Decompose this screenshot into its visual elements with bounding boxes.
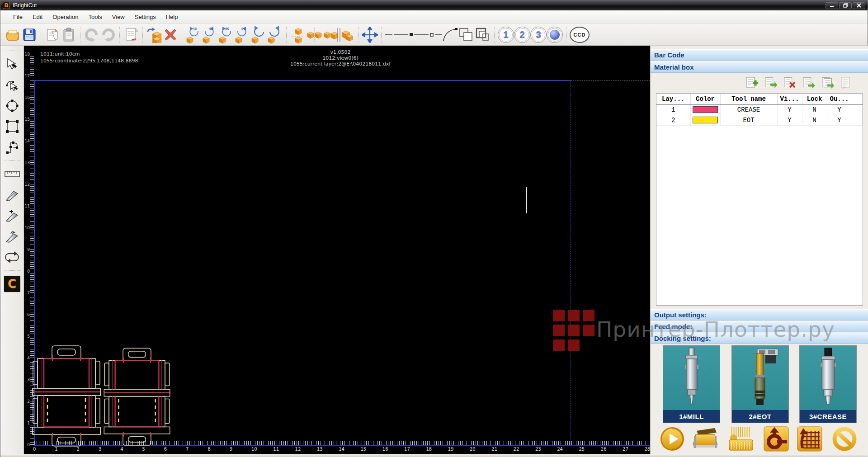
rotate-45-ccw-button[interactable]: 45 <box>185 25 202 44</box>
docking-tool-card-mill[interactable]: 1#MILL <box>663 345 720 423</box>
restore-icon <box>843 3 848 8</box>
rectangle-tool[interactable] <box>3 118 21 136</box>
save-button[interactable] <box>21 25 38 44</box>
rotate-cw-button[interactable] <box>267 25 283 44</box>
col-tool-name[interactable]: Tool name <box>720 94 777 104</box>
rotate-45-cw-button[interactable]: 45 <box>202 25 218 44</box>
rotate-output-button[interactable] <box>764 426 789 452</box>
circle-tool[interactable] <box>3 97 21 115</box>
lock-flag[interactable]: N <box>802 115 827 125</box>
overlap-squares-button[interactable] <box>458 25 475 44</box>
color-swatch[interactable] <box>693 106 718 113</box>
minimize-button[interactable] <box>826 2 838 9</box>
overlap-squares-button[interactable] <box>475 25 491 44</box>
knife-tool[interactable] <box>3 186 21 204</box>
copy-button[interactable] <box>44 25 61 44</box>
toolbar-separator <box>41 27 41 43</box>
path-tool[interactable] <box>3 138 21 156</box>
brush-button[interactable] <box>728 426 754 452</box>
feeder-button[interactable] <box>692 426 717 452</box>
table-row[interactable]: 1 CREASE Y N Y <box>656 104 863 115</box>
align-tool-button[interactable] <box>322 25 339 44</box>
comment-button[interactable] <box>840 76 853 89</box>
material-table[interactable]: Lay... Color Tool name Vi... Lock Ou... … <box>656 93 863 306</box>
v-ruler-number: 15 <box>24 117 30 122</box>
knife-add-tool[interactable] <box>3 207 21 225</box>
stop-button[interactable] <box>831 426 857 452</box>
menu-settings[interactable]: Settings <box>130 12 160 22</box>
output-settings-header[interactable]: Output settings: <box>651 309 868 320</box>
align-tool-button[interactable] <box>339 25 355 44</box>
select-tool[interactable] <box>3 55 21 73</box>
open-button[interactable] <box>5 25 21 44</box>
view-3-button[interactable]: 3 <box>530 25 547 44</box>
menu-tools[interactable]: Tools <box>84 12 106 22</box>
line-style-dot-button[interactable] <box>401 25 421 44</box>
color-swatch[interactable] <box>693 117 718 123</box>
insert-layer-button[interactable] <box>764 76 777 89</box>
grid-output-button[interactable] <box>797 426 822 452</box>
docking-tool-card-eot[interactable]: 2#EOT <box>731 345 789 423</box>
menu-file[interactable]: File <box>9 12 27 22</box>
line-style-square-button[interactable] <box>421 25 442 44</box>
bar-code-header[interactable]: Bar Code <box>651 49 868 61</box>
export-all-layers-button[interactable] <box>821 76 834 89</box>
ccd-button[interactable]: CCD <box>570 25 590 44</box>
toolbar-separator <box>286 27 287 43</box>
align-tool-button[interactable] <box>290 25 306 44</box>
rotate-ccw-button[interactable] <box>250 25 267 44</box>
output-flag[interactable]: Y <box>827 115 852 125</box>
toolbar-separator <box>142 27 143 43</box>
table-row[interactable]: 2 EOT Y N Y <box>656 115 863 125</box>
close-button[interactable] <box>853 2 865 9</box>
visible-flag[interactable]: Y <box>777 115 802 125</box>
knife-curve-tool[interactable] <box>3 227 21 245</box>
menu-edit[interactable]: Edit <box>28 12 47 22</box>
measure-tool[interactable] <box>3 165 21 183</box>
feed-mode-header[interactable]: Feed mode: <box>651 321 868 332</box>
output-flag[interactable]: Y <box>827 104 852 115</box>
toolbar-separator <box>566 27 566 43</box>
h-ruler-number: 28 <box>644 447 650 452</box>
undo-button[interactable] <box>84 25 100 44</box>
rotate-90-cw-button[interactable]: 90 <box>234 25 250 44</box>
visible-flag[interactable]: Y <box>777 104 802 115</box>
col-color[interactable]: Color <box>690 94 720 104</box>
delete-button[interactable] <box>162 25 179 44</box>
menu-help[interactable]: Help <box>161 12 183 22</box>
drawing-canvas[interactable]: 1011:unit:10cm 1055:coordinate:2295.1708… <box>24 46 650 457</box>
menu-view[interactable]: View <box>108 12 129 22</box>
paste-button[interactable] <box>61 25 77 44</box>
rotate-90-ccw-button[interactable]: 90 <box>218 25 234 44</box>
view-ball-button[interactable] <box>547 25 563 44</box>
move-button[interactable] <box>362 25 378 44</box>
menu-operation[interactable]: Operation <box>48 12 83 22</box>
delete-layer-button[interactable] <box>783 76 796 89</box>
redo-button[interactable] <box>100 25 116 44</box>
line-style-solid-button[interactable] <box>385 25 401 44</box>
export-layer-button[interactable] <box>802 76 815 89</box>
lock-flag[interactable]: N <box>802 104 827 115</box>
material-boundary-right-dashed <box>571 81 571 445</box>
h-ruler-number: 16 <box>382 447 388 452</box>
material-box-header[interactable]: Material box <box>651 61 868 73</box>
crease-tool-image <box>800 346 856 410</box>
docking-settings-header[interactable]: Docking settings: <box>651 333 868 344</box>
report-button[interactable] <box>123 25 139 44</box>
restore-button[interactable] <box>839 2 852 9</box>
loop-tool[interactable] <box>3 248 21 266</box>
start-output-button[interactable] <box>660 426 685 452</box>
view-2-button[interactable]: 2 <box>514 25 530 44</box>
import-box-button[interactable] <box>146 25 162 44</box>
col-output[interactable]: Ou... <box>827 94 852 104</box>
add-layer-button[interactable] <box>745 76 758 89</box>
docking-tool-card-crease[interactable]: 3#CREASE <box>799 345 857 423</box>
eot-tool-image <box>732 346 788 410</box>
node-edit-tool[interactable] <box>3 76 21 94</box>
arc-tool-button[interactable] <box>442 25 458 44</box>
col-layer[interactable]: Lay... <box>656 94 690 104</box>
col-visible[interactable]: Vi... <box>777 94 802 104</box>
view-1-button[interactable]: 1 <box>498 25 514 44</box>
col-lock[interactable]: Lock <box>802 94 827 104</box>
align-tool-button[interactable] <box>306 25 322 44</box>
